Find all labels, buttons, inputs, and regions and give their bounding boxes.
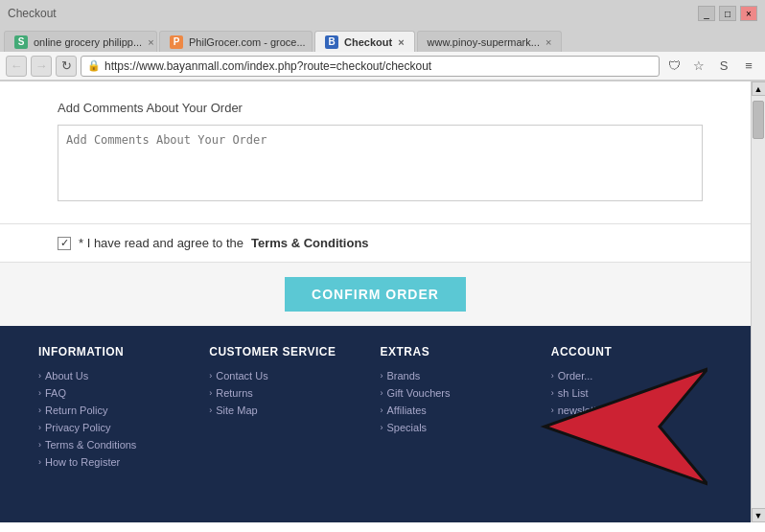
footer-link-label: Site Map (216, 405, 257, 416)
tab-4[interactable]: www.pinoy-supermark... × (417, 31, 563, 52)
shield-icon: 🛡 (663, 56, 684, 77)
chevron-icon: › (38, 371, 41, 381)
tab-2-close[interactable]: × (312, 36, 313, 48)
confirm-row: CONFIRM ORDER (0, 263, 751, 326)
extensions-icon[interactable]: S (713, 56, 734, 77)
terms-checkbox[interactable]: ✓ (58, 237, 71, 250)
footer-link-faq[interactable]: › FAQ (38, 387, 199, 399)
tab-3-icon: B (325, 35, 338, 49)
maximize-button[interactable]: □ (719, 6, 736, 21)
footer-link-contact[interactable]: › Contact Us (209, 370, 370, 382)
tab-1-close[interactable]: × (148, 36, 153, 48)
footer-link-wishlist[interactable]: › sh List (551, 387, 712, 399)
comments-label: Add Comments About Your Order (58, 101, 703, 115)
footer-link-gift-vouchers[interactable]: › Gift Vouchers (381, 387, 542, 399)
footer-link-newsletter[interactable]: › newsletter (551, 405, 712, 416)
chevron-icon: › (209, 371, 212, 381)
tab-2-label: PhilGrocer.com - groce... (189, 36, 306, 48)
footer-link-privacy[interactable]: › Privacy Policy (38, 422, 199, 433)
tab-2[interactable]: P PhilGrocer.com - groce... × (159, 31, 313, 52)
chevron-icon: › (551, 388, 554, 398)
footer-link-about[interactable]: › About Us (38, 370, 199, 382)
footer-link-register[interactable]: › How to Register (38, 456, 199, 468)
footer-link-label: Order... (558, 370, 593, 382)
footer-link-sitemap[interactable]: › Site Map (209, 405, 370, 416)
chevron-icon: › (209, 388, 212, 398)
close-button[interactable]: × (740, 6, 757, 21)
scrollbar[interactable]: ▲ ▼ (751, 81, 765, 522)
comments-section: Add Comments About Your Order (0, 81, 751, 224)
footer-link-specials[interactable]: › Specials (381, 422, 542, 433)
minimize-button[interactable]: _ (698, 6, 715, 21)
footer-col-customer-service: CUSTOMER SERVICE › Contact Us › Returns … (209, 345, 370, 474)
footer-extras-title: EXTRAS (381, 345, 542, 359)
footer-link-terms[interactable]: › Terms & Conditions (38, 439, 199, 451)
terms-row: ✓ * I have read and agree to the Terms &… (0, 224, 751, 263)
footer-col-account: ACCOUNT › Order... › sh List › newslette… (551, 345, 712, 474)
back-button[interactable]: ← (6, 56, 27, 77)
chevron-icon: › (38, 405, 41, 415)
scrollbar-thumb[interactable] (753, 101, 764, 139)
footer-link-label: Return Policy (45, 405, 107, 416)
chevron-icon: › (381, 423, 383, 432)
footer-link-returns[interactable]: › Returns (209, 387, 370, 399)
footer-link-label: How to Register (45, 456, 120, 468)
chevron-icon: › (551, 371, 554, 381)
tab-1-label: online grocery philipp... (34, 36, 142, 48)
scrollbar-up-button[interactable]: ▲ (752, 81, 766, 96)
tab-1[interactable]: S online grocery philipp... × (4, 31, 157, 52)
reload-button[interactable]: ↻ (56, 56, 77, 77)
footer-col-information: INFORMATION › About Us › FAQ › Return Po… (38, 345, 199, 474)
footer-link-label: Affiliates (387, 405, 427, 416)
tab-4-close[interactable]: × (545, 36, 551, 48)
tabs-bar: S online grocery philipp... × P PhilGroc… (0, 27, 765, 52)
footer-link-label: About Us (45, 370, 88, 382)
footer-link-label: Contact Us (216, 370, 267, 382)
footer-link-label: Terms & Conditions (45, 439, 136, 451)
comments-textarea[interactable] (58, 125, 703, 201)
menu-icon[interactable]: ≡ (738, 56, 759, 77)
tab-1-icon: S (14, 35, 28, 49)
footer-link-label: sh List (558, 387, 589, 399)
tab-4-label: www.pinoy-supermark... (428, 36, 540, 48)
footer-link-order[interactable]: › Order... (551, 370, 712, 382)
star-icon[interactable]: ☆ (688, 56, 709, 77)
address-bar[interactable]: 🔒 https://www.bayanmall.com/index.php?ro… (81, 56, 660, 77)
page-content: Add Comments About Your Order ✓ * I have… (0, 81, 765, 522)
chevron-icon: › (209, 405, 212, 415)
lock-icon: 🔒 (87, 59, 101, 72)
title-bar: Checkout _ □ × (0, 0, 765, 27)
tab-3[interactable]: B Checkout × (314, 31, 415, 52)
footer: INFORMATION › About Us › FAQ › Return Po… (0, 326, 751, 522)
forward-button[interactable]: → (31, 56, 52, 77)
nav-bar: ← → ↻ 🔒 https://www.bayanmall.com/index.… (0, 52, 765, 81)
footer-link-return-policy[interactable]: › Return Policy (38, 405, 199, 416)
terms-text: * I have read and agree to the (79, 236, 243, 250)
footer-link-label: newsletter (558, 405, 606, 416)
footer-link-label: FAQ (45, 387, 66, 399)
chevron-icon: › (381, 405, 383, 415)
chevron-icon: › (381, 371, 383, 381)
scrollbar-down-button[interactable]: ▼ (752, 508, 766, 522)
main-area: Add Comments About Your Order ✓ * I have… (0, 81, 751, 522)
footer-link-label: Specials (387, 422, 428, 433)
title-bar-text: Checkout (8, 7, 57, 20)
url-text: https://www.bayanmall.com/index.php?rout… (104, 59, 431, 73)
terms-link[interactable]: Terms & Conditions (251, 236, 369, 250)
footer-link-label: Privacy Policy (45, 422, 110, 433)
checkbox-checkmark: ✓ (60, 237, 69, 249)
confirm-order-button[interactable]: CONFIRM ORDER (285, 277, 466, 312)
tab-2-icon: P (170, 35, 183, 49)
chevron-icon: › (551, 405, 554, 415)
tab-3-label: Checkout (344, 36, 392, 48)
tab-3-close[interactable]: × (398, 36, 404, 48)
footer-link-affiliates[interactable]: › Affiliates (381, 405, 542, 416)
footer-col-extras: EXTRAS › Brands › Gift Vouchers › Affili… (381, 345, 542, 474)
chevron-icon: › (381, 388, 383, 398)
footer-link-brands[interactable]: › Brands (381, 370, 542, 382)
chevron-icon: › (38, 423, 41, 432)
footer-customer-service-title: CUSTOMER SERVICE (209, 345, 370, 359)
scrollbar-track[interactable] (752, 96, 765, 508)
footer-link-label: Brands (387, 370, 421, 382)
footer-information-title: INFORMATION (38, 345, 199, 359)
